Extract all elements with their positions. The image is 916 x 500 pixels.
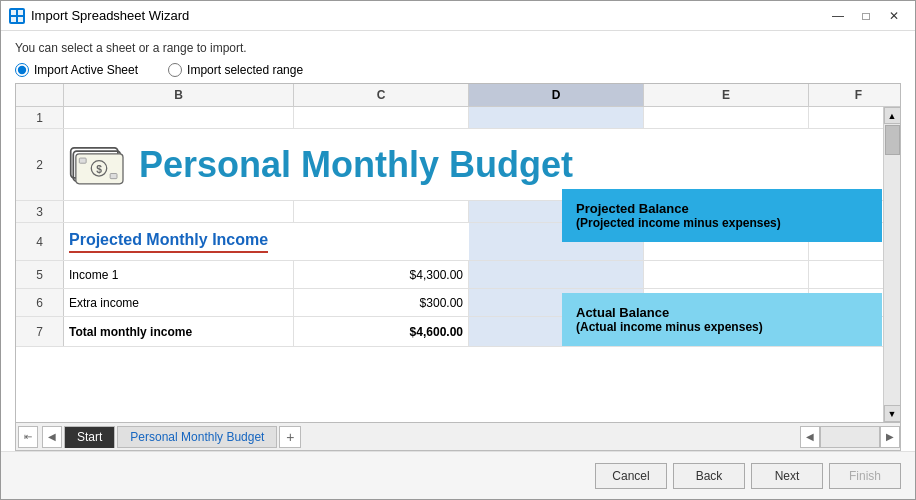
add-sheet-button[interactable]: + xyxy=(279,426,301,448)
tab-start[interactable]: Start xyxy=(64,426,115,448)
spreadsheet-preview: B C D E F 1 2 xyxy=(15,83,901,451)
svg-rect-11 xyxy=(110,174,117,179)
svg-rect-2 xyxy=(18,10,23,15)
col-header-b: B xyxy=(64,84,294,106)
actual-balance-title: Actual Balance xyxy=(576,305,868,320)
finish-button[interactable]: Finish xyxy=(829,463,901,489)
scroll-thumb[interactable] xyxy=(885,125,900,155)
projected-balance-box: Projected Balance (Projected income minu… xyxy=(562,189,882,242)
dialog-body: You can select a sheet or a range to imp… xyxy=(1,31,915,451)
cell-7c: $4,600.00 xyxy=(294,317,469,346)
cell-6c: $300.00 xyxy=(294,289,469,316)
row-num-3: 3 xyxy=(16,201,64,222)
cell-6b: Extra income xyxy=(64,289,294,316)
back-button[interactable]: Back xyxy=(673,463,745,489)
row-num-5: 5 xyxy=(16,261,64,288)
hscroll-right-button[interactable]: ▶ xyxy=(880,426,900,448)
svg-rect-4 xyxy=(18,17,23,22)
minimize-button[interactable]: — xyxy=(825,6,851,26)
cell-5b: Income 1 xyxy=(64,261,294,288)
actual-balance-subtitle: (Actual income minus expenses) xyxy=(576,320,868,334)
cell-4b: Projected Monthly Income xyxy=(64,223,469,260)
money-icon: $ xyxy=(69,137,129,192)
tab-nav-prev[interactable]: ◀ xyxy=(42,426,62,448)
tab-nav-first[interactable]: ⇤ xyxy=(18,426,38,448)
radio-import-range[interactable]: Import selected range xyxy=(168,63,303,77)
column-headers: B C D E F xyxy=(16,84,900,107)
table-row: 1 xyxy=(16,107,900,129)
radio-range-input[interactable] xyxy=(168,63,182,77)
cell-1e xyxy=(644,107,809,128)
budget-title: Personal Monthly Budget xyxy=(139,144,573,186)
row-num-4: 4 xyxy=(16,223,64,260)
col-header-d: D xyxy=(469,84,644,106)
tab-start-label: Start xyxy=(77,430,102,444)
instruction-text: You can select a sheet or a range to imp… xyxy=(15,41,901,55)
cell-1d xyxy=(469,107,644,128)
scroll-up-button[interactable]: ▲ xyxy=(884,107,901,124)
title-bar: Import Spreadsheet Wizard — □ ✕ xyxy=(1,1,915,31)
row-num-7: 7 xyxy=(16,317,64,346)
cell-1c xyxy=(294,107,469,128)
cell-1b xyxy=(64,107,294,128)
corner-cell xyxy=(16,84,64,106)
hscroll-left-button[interactable]: ◀ xyxy=(800,426,820,448)
cell-5d xyxy=(469,261,644,288)
col-header-c: C xyxy=(294,84,469,106)
svg-rect-10 xyxy=(79,158,86,163)
radio-active-label: Import Active Sheet xyxy=(34,63,138,77)
import-options: Import Active Sheet Import selected rang… xyxy=(15,63,901,77)
horizontal-scroll-controls: ◀ ▶ xyxy=(800,426,900,448)
next-button[interactable]: Next xyxy=(751,463,823,489)
row-num-1: 1 xyxy=(16,107,64,128)
col-header-f: F xyxy=(809,84,901,106)
close-button[interactable]: ✕ xyxy=(881,6,907,26)
sheet-rows: 1 2 $ xyxy=(16,107,900,422)
cell-3b xyxy=(64,201,294,222)
radio-import-active[interactable]: Import Active Sheet xyxy=(15,63,138,77)
table-row: 5 Income 1 $4,300.00 xyxy=(16,261,900,289)
radio-active-input[interactable] xyxy=(15,63,29,77)
actual-balance-box: Actual Balance (Actual income minus expe… xyxy=(562,293,882,346)
app-icon xyxy=(9,8,25,24)
footer: Cancel Back Next Finish xyxy=(1,451,915,499)
cell-5c: $4,300.00 xyxy=(294,261,469,288)
radio-range-label: Import selected range xyxy=(187,63,303,77)
col-header-e: E xyxy=(644,84,809,106)
cell-5e xyxy=(644,261,809,288)
window-controls: — □ ✕ xyxy=(825,6,907,26)
tab-personal-budget[interactable]: Personal Monthly Budget xyxy=(117,426,277,448)
cell-3c xyxy=(294,201,469,222)
cancel-button[interactable]: Cancel xyxy=(595,463,667,489)
vertical-scrollbar[interactable]: ▲ ▼ xyxy=(883,107,900,422)
svg-text:$: $ xyxy=(96,164,102,175)
import-wizard-window: Import Spreadsheet Wizard — □ ✕ You can … xyxy=(0,0,916,500)
sheet-tab-bar: ⇤ ◀ Start Personal Monthly Budget + ◀ ▶ xyxy=(16,422,900,450)
projected-balance-subtitle: (Projected income minus expenses) xyxy=(576,216,868,230)
window-title: Import Spreadsheet Wizard xyxy=(31,8,825,23)
svg-rect-1 xyxy=(11,10,16,15)
maximize-button[interactable]: □ xyxy=(853,6,879,26)
row-num-2: 2 xyxy=(16,129,64,200)
cell-7b: Total monthly income xyxy=(64,317,294,346)
hscroll-bar[interactable] xyxy=(820,426,880,448)
scroll-down-button[interactable]: ▼ xyxy=(884,405,901,422)
svg-rect-3 xyxy=(11,17,16,22)
tab-personal-budget-label: Personal Monthly Budget xyxy=(130,430,264,444)
row-num-6: 6 xyxy=(16,289,64,316)
scroll-track xyxy=(884,124,900,405)
projected-income-header: Projected Monthly Income xyxy=(69,231,268,253)
projected-balance-title: Projected Balance xyxy=(576,201,868,216)
